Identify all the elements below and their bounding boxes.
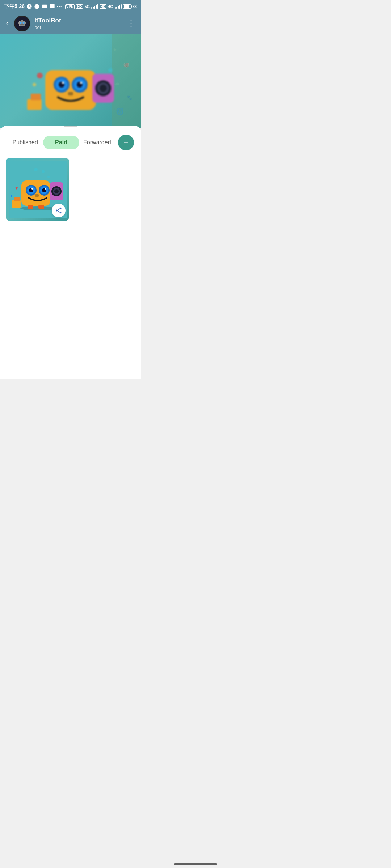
svg-point-4 — [20, 22, 22, 24]
tab-paid[interactable]: Paid — [43, 136, 79, 149]
svg-point-33 — [108, 68, 113, 72]
message-icon — [42, 4, 47, 9]
svg-point-56 — [20, 206, 55, 210]
svg-rect-57 — [28, 205, 33, 209]
svg-rect-24 — [68, 92, 73, 95]
share-icon — [55, 207, 62, 214]
battery-fill — [124, 5, 129, 8]
hero-robot-svg — [20, 41, 121, 121]
svg-point-31 — [37, 73, 43, 78]
signal-bars-1 — [91, 4, 98, 9]
network-5g: 5G — [84, 4, 90, 9]
list-item[interactable]: ♥ ◆ — [6, 158, 69, 221]
svg-point-53 — [42, 170, 45, 173]
svg-rect-29 — [27, 99, 42, 110]
svg-point-48 — [54, 189, 59, 193]
svg-rect-1 — [42, 5, 47, 8]
svg-text:🐙: 🐙 — [123, 62, 130, 68]
battery-tip — [131, 5, 132, 8]
add-button[interactable]: + — [118, 135, 134, 150]
svg-rect-7 — [21, 20, 23, 21]
svg-point-19 — [62, 82, 64, 84]
svg-rect-9 — [25, 22, 26, 24]
back-button[interactable]: ‹ — [4, 17, 10, 30]
avatar[interactable] — [14, 16, 30, 31]
tabs-row: Published Paid Forwarded + — [0, 135, 141, 150]
chat-icon — [49, 4, 55, 9]
svg-rect-6 — [20, 24, 24, 25]
notification-icon — [34, 4, 40, 9]
svg-point-32 — [33, 83, 36, 86]
network-4g: 4G — [108, 4, 113, 9]
svg-text:♥: ♥ — [15, 186, 18, 191]
svg-text:◆: ◆ — [10, 194, 13, 197]
status-left: 下午5:26 ··· — [4, 3, 62, 10]
avatar-inner — [14, 16, 30, 31]
battery-percent: 88 — [133, 4, 137, 9]
svg-text:🐾: 🐾 — [127, 95, 132, 100]
svg-rect-58 — [38, 205, 44, 209]
battery-icon — [123, 4, 131, 9]
status-bar: 下午5:26 ··· VPN HD 5G HD 4G 88 — [0, 0, 141, 13]
svg-point-23 — [80, 82, 82, 84]
svg-point-0 — [34, 4, 39, 9]
hd-label: HD — [76, 4, 83, 9]
nav-title: ItToolBot — [34, 17, 121, 24]
svg-rect-8 — [18, 22, 19, 24]
signal-bars-2 — [115, 4, 122, 9]
alarm-icon — [26, 4, 32, 9]
svg-point-54 — [47, 176, 50, 178]
content-sheet: Published Paid Forwarded + — [0, 126, 141, 379]
svg-point-55 — [34, 168, 38, 171]
more-button[interactable]: ⋮ — [126, 17, 137, 30]
hero-image: ✦ 🐙 ☁ 🐾 🌀 — [0, 34, 141, 128]
hd-label-2: HD — [100, 4, 106, 9]
svg-point-39 — [31, 188, 33, 190]
svg-point-28 — [100, 85, 107, 92]
status-time: 下午5:26 — [4, 3, 25, 10]
nav-info: ItToolBot bot — [34, 17, 121, 30]
avatar-svg — [15, 17, 29, 30]
ellipsis-indicator: ··· — [57, 4, 62, 9]
nav-bar: ‹ ItToolBot bot ⋮ — [0, 13, 141, 34]
tab-forwarded[interactable]: Forwarded — [79, 136, 115, 149]
media-grid: ♥ ◆ — [0, 158, 141, 221]
tab-published[interactable]: Published — [7, 136, 43, 149]
svg-rect-49 — [12, 200, 21, 208]
share-button[interactable] — [52, 204, 66, 217]
svg-rect-44 — [35, 194, 39, 197]
vpn-label: VPN — [65, 4, 75, 9]
status-right: VPN HD 5G HD 4G 88 — [65, 4, 137, 9]
svg-point-43 — [45, 188, 46, 190]
svg-rect-3 — [19, 21, 25, 26]
svg-rect-30 — [31, 94, 41, 100]
svg-rect-15 — [45, 70, 96, 110]
svg-rect-50 — [14, 197, 20, 201]
drag-handle[interactable] — [64, 126, 77, 127]
svg-point-5 — [23, 22, 25, 24]
nav-subtitle: bot — [34, 25, 121, 30]
